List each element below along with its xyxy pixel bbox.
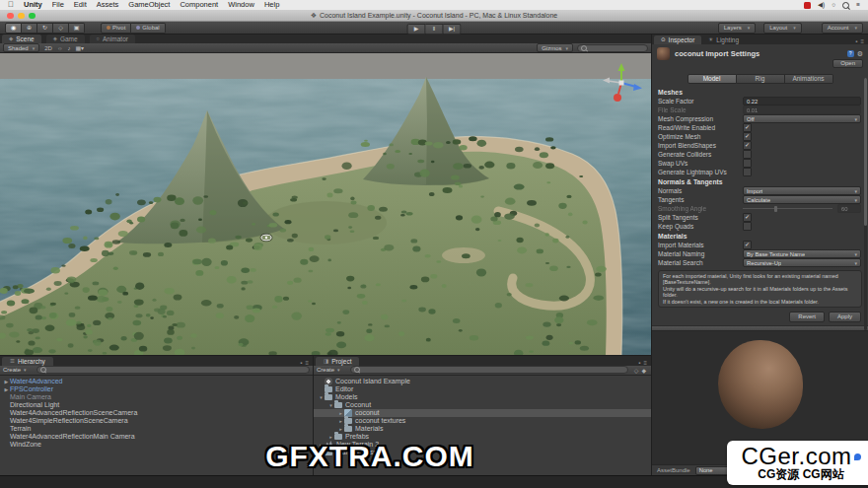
hierarchy-item[interactable]: Water4SimpleReflectionSceneCamera	[0, 417, 313, 425]
slider-value[interactable]: 60	[837, 204, 861, 213]
dropdown-tangents[interactable]: Calculate▾	[743, 195, 861, 204]
expand-arrow-icon[interactable]: ▸	[337, 426, 344, 432]
hierarchy-item[interactable]: ▶Water4Advanced	[0, 378, 313, 385]
step-button[interactable]: ▶|	[444, 24, 462, 35]
tab-project[interactable]: ◨Project	[316, 357, 359, 366]
project-item[interactable]: ▸Materials	[314, 425, 651, 433]
rotate-tool-button[interactable]: ↻	[37, 23, 53, 34]
project-label-icon[interactable]: ◆	[641, 367, 646, 374]
tab-game[interactable]: ◈Game	[46, 35, 85, 43]
menu-window[interactable]: Window	[228, 0, 254, 10]
menu-assets[interactable]: Assets	[97, 0, 119, 10]
checkbox-optimize-mesh[interactable]: ✓	[743, 132, 752, 141]
play-button[interactable]: ▶	[407, 24, 426, 35]
menu-list-icon[interactable]: ≡	[856, 0, 860, 10]
tab-lighting[interactable]: ☀Lighting	[701, 35, 746, 44]
hand-tool-button[interactable]: ◉	[5, 23, 22, 34]
window-title-bar[interactable]: ❖ Coconut Island Example.unity - Coconut…	[0, 10, 868, 22]
hierarchy-item[interactable]: Terrain	[0, 425, 313, 433]
hierarchy-item[interactable]: Main Camera	[0, 393, 313, 401]
hierarchy-item[interactable]: ▶FPSController	[0, 385, 313, 393]
checkbox-read-write-enabled[interactable]: ✓	[743, 123, 752, 132]
shading-mode-dropdown[interactable]: Shaded▾	[3, 43, 39, 52]
close-window-button[interactable]	[7, 13, 14, 20]
minimize-window-button[interactable]	[18, 13, 25, 20]
checkbox-import-blendshapes[interactable]: ✓	[743, 141, 752, 150]
mode-tab-model[interactable]: Model	[687, 74, 737, 84]
project-item[interactable]: Editor	[314, 385, 651, 393]
layers-dropdown[interactable]: Layers▾	[718, 23, 757, 34]
input-scale-factor[interactable]: 0.22	[743, 97, 861, 105]
expand-arrow-icon[interactable]: ▸	[327, 434, 334, 440]
checkbox-split-tangents[interactable]: ✓	[743, 213, 752, 222]
gizmos-dropdown[interactable]: Gizmos▾	[537, 43, 573, 52]
global-toggle[interactable]: Global	[131, 23, 165, 34]
expand-arrow-icon[interactable]: ▾	[327, 402, 334, 408]
checkbox-generate-colliders[interactable]	[743, 150, 752, 159]
2d-toggle[interactable]: 2D	[44, 45, 52, 51]
menu-edit[interactable]: Edit	[74, 0, 87, 10]
project-item[interactable]: ▸coconut textures	[314, 417, 651, 425]
menu-gameobject[interactable]: GameObject	[128, 0, 170, 10]
expand-arrow-icon[interactable]: ▾	[318, 394, 325, 400]
project-item[interactable]: ▸coconut	[314, 409, 651, 417]
project-item[interactable]: ▾Coconut	[314, 401, 651, 409]
checkbox-import-materials[interactable]: ✓	[743, 241, 752, 249]
menu-file[interactable]: File	[52, 0, 64, 10]
apply-button[interactable]: Apply	[829, 312, 861, 322]
hierarchy-item[interactable]: Directional Light	[0, 401, 313, 409]
project-item[interactable]: ▾Models	[314, 393, 651, 401]
mode-tab-rig[interactable]: Rig	[737, 74, 785, 84]
inspector-scrollbar[interactable]	[864, 78, 867, 330]
revert-button[interactable]: Revert	[789, 312, 825, 322]
hierarchy-create-button[interactable]: Create▾	[3, 367, 27, 373]
checkbox-generate-lightmap-uvs[interactable]	[743, 168, 752, 176]
lighting-toggle-icon[interactable]: ☼	[57, 45, 63, 51]
project-item[interactable]: Coconut Island Example	[314, 378, 651, 385]
hierarchy-item[interactable]: Water4AdvancedReflectionSceneCamera	[0, 409, 313, 417]
checkbox-swap-uvs[interactable]	[743, 159, 752, 168]
rect-tool-button[interactable]: ▣	[69, 23, 85, 34]
tab-scene[interactable]: ◆Scene	[2, 35, 41, 43]
dropdown-material-naming[interactable]: By Base Texture Name▾	[743, 249, 861, 258]
checkbox-keep-quads[interactable]	[743, 222, 752, 231]
hierarchy-search-input[interactable]	[36, 366, 310, 374]
input-file-scale[interactable]: 0.01	[743, 105, 861, 114]
expand-arrow-icon[interactable]: ▸	[337, 410, 344, 416]
tab-inspector[interactable]: ⊙Inspector	[654, 35, 701, 44]
volume-icon[interactable]: ◀)	[818, 0, 825, 10]
audio-toggle-icon[interactable]: ♪	[67, 45, 70, 51]
project-create-button[interactable]: Create▾	[317, 367, 340, 373]
menu-component[interactable]: Component	[180, 0, 218, 10]
expand-arrow-icon[interactable]: ▶	[3, 379, 10, 384]
expand-arrow-icon[interactable]: ▸	[337, 418, 344, 424]
menu-unity[interactable]: Unity	[24, 0, 42, 10]
project-filter-icon[interactable]: ◇	[634, 367, 639, 374]
spotlight-icon[interactable]	[842, 2, 849, 9]
scale-tool-button[interactable]: ◇	[53, 23, 69, 34]
pivot-toggle[interactable]: Pivot	[101, 23, 131, 34]
move-tool-button[interactable]: ⊕	[22, 23, 37, 34]
mode-tab-animations[interactable]: Animations	[785, 74, 833, 84]
menu-help[interactable]: Help	[264, 0, 279, 10]
open-button[interactable]: Open	[832, 59, 863, 68]
slider-thumb[interactable]	[774, 206, 777, 212]
display-icon[interactable]: ○	[832, 0, 835, 10]
expand-arrow-icon[interactable]: ▶	[3, 386, 10, 392]
help-icon[interactable]: ?	[847, 50, 854, 57]
project-search-input[interactable]	[350, 366, 628, 374]
dropdown-material-search[interactable]: Recursive-Up▾	[743, 258, 861, 267]
apple-menu-icon[interactable]: 	[8, 0, 14, 10]
tab-animator[interactable]: ○Animator	[90, 35, 135, 43]
effects-dropdown-icon[interactable]: ▦▾	[75, 44, 84, 51]
account-dropdown[interactable]: Account▾	[822, 23, 863, 34]
scene-viewport[interactable]	[0, 53, 651, 355]
pause-button[interactable]: ‖	[426, 24, 444, 35]
dropdown-mesh-compression[interactable]: Off▾	[743, 114, 861, 123]
gear-icon[interactable]: ⚙	[857, 50, 863, 57]
layout-dropdown[interactable]: Layout▾	[763, 23, 802, 34]
scene-search-input[interactable]	[577, 44, 648, 52]
slider-smoothing-angle[interactable]	[743, 208, 832, 209]
record-icon[interactable]	[804, 2, 811, 9]
tab-hierarchy[interactable]: ☰Hierarchy	[2, 357, 53, 366]
